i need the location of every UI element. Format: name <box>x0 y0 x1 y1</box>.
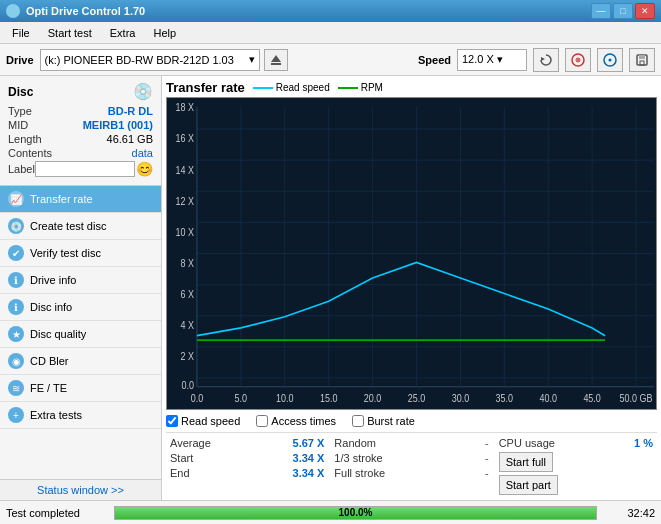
disc-info-icon: ℹ <box>8 299 24 315</box>
close-button[interactable]: ✕ <box>635 3 655 19</box>
disc-info-panel: Disc 💿 Type BD-R DL MID MEIRB1 (001) Len… <box>0 76 161 186</box>
disc-icon: 💿 <box>133 82 153 101</box>
disc-length-label: Length <box>8 133 42 145</box>
cb-read-speed[interactable]: Read speed <box>166 415 240 427</box>
stat-random: Random - <box>334 436 488 450</box>
title-bar: Opti Drive Control 1.70 — □ ✕ <box>0 0 661 22</box>
svg-text:20.0: 20.0 <box>364 393 381 405</box>
disc-type-value: BD-R DL <box>108 105 153 117</box>
nav-item-fe-te[interactable]: ≋ FE / TE <box>0 375 161 402</box>
nav-label-transfer-rate: Transfer rate <box>30 193 93 205</box>
menu-extra[interactable]: Extra <box>102 25 144 41</box>
disc-mid-value: MEIRB1 (001) <box>83 119 153 131</box>
extra-tests-icon: + <box>8 407 24 423</box>
cb-access-times[interactable]: Access times <box>256 415 336 427</box>
drive-dropdown[interactable]: (k:) PIONEER BD-RW BDR-212D 1.03 ▾ <box>40 49 260 71</box>
stat-cpu-usage: CPU usage 1 % <box>499 436 653 450</box>
svg-marker-0 <box>271 55 281 62</box>
svg-text:4 X: 4 X <box>180 320 194 332</box>
progress-label: 100.0% <box>115 507 596 519</box>
menu-start-test[interactable]: Start test <box>40 25 100 41</box>
nav-label-cd-bler: CD Bler <box>30 355 69 367</box>
legend-read-label: Read speed <box>276 82 330 93</box>
legend-read-speed: Read speed <box>253 82 330 93</box>
minimize-button[interactable]: — <box>591 3 611 19</box>
svg-rect-1 <box>271 63 281 65</box>
transfer-rate-icon: 📈 <box>8 191 24 207</box>
speed-label: Speed <box>418 54 451 66</box>
svg-text:30.0: 30.0 <box>452 393 469 405</box>
speed-dropdown[interactable]: 12.0 X ▾ <box>457 49 527 71</box>
nav-item-disc-quality[interactable]: ★ Disc quality <box>0 321 161 348</box>
cb-burst-rate[interactable]: Burst rate <box>352 415 415 427</box>
stat-start-part-row: Start part <box>499 474 653 496</box>
nav-label-verify-test-disc: Verify test disc <box>30 247 101 259</box>
start-part-button[interactable]: Start part <box>499 475 558 495</box>
svg-text:45.0: 45.0 <box>583 393 600 405</box>
stat-cpu-label: CPU usage <box>499 437 555 449</box>
stat-full-stroke: Full stroke - <box>334 466 488 480</box>
progress-bar-container: 100.0% <box>114 506 597 520</box>
svg-point-5 <box>577 59 579 61</box>
nav-item-verify-test-disc[interactable]: ✔ Verify test disc <box>0 240 161 267</box>
start-full-button[interactable]: Start full <box>499 452 553 472</box>
nav-item-drive-info[interactable]: ℹ Drive info <box>0 267 161 294</box>
nav-label-drive-info: Drive info <box>30 274 76 286</box>
cb-burst-rate-input[interactable] <box>352 415 364 427</box>
fe-te-icon: ≋ <box>8 380 24 396</box>
nav-item-extra-tests[interactable]: + Extra tests <box>0 402 161 429</box>
label-icon: 😊 <box>136 161 153 177</box>
stat-end: End 3.34 X <box>170 466 324 480</box>
status-bar: Test completed 100.0% 32:42 <box>0 500 661 524</box>
create-test-disc-icon: 💿 <box>8 218 24 234</box>
main-area: Disc 💿 Type BD-R DL MID MEIRB1 (001) Len… <box>0 76 661 500</box>
stat-random-label: Random <box>334 437 376 449</box>
svg-text:18 X: 18 X <box>175 102 194 114</box>
app-title: Opti Drive Control 1.70 <box>26 5 145 17</box>
disc-quality-icon: ★ <box>8 326 24 342</box>
disc-length-value: 46.61 GB <box>107 133 153 145</box>
svg-text:0.0: 0.0 <box>191 393 203 405</box>
save-button[interactable] <box>629 48 655 72</box>
maximize-button[interactable]: □ <box>613 3 633 19</box>
nav-item-transfer-rate[interactable]: 📈 Transfer rate <box>0 186 161 213</box>
chart-svg: 18 X 16 X 14 X 12 X 10 X 8 X 6 X 4 X 2 X… <box>167 98 656 409</box>
status-window-button[interactable]: Status window >> <box>0 479 161 500</box>
menu-help[interactable]: Help <box>145 25 184 41</box>
svg-text:15.0: 15.0 <box>320 393 337 405</box>
stat-random-value: - <box>485 437 489 449</box>
stat-end-label: End <box>170 467 190 479</box>
eject-button[interactable] <box>264 49 288 71</box>
stat-cpu-value: 1 % <box>634 437 653 449</box>
burn-icon-button[interactable] <box>597 48 623 72</box>
chart-wrapper: 18 X 16 X 14 X 12 X 10 X 8 X 6 X 4 X 2 X… <box>166 97 657 410</box>
stat-average-label: Average <box>170 437 211 449</box>
svg-text:10 X: 10 X <box>175 226 194 238</box>
cb-read-speed-input[interactable] <box>166 415 178 427</box>
nav-item-disc-info[interactable]: ℹ Disc info <box>0 294 161 321</box>
app-icon <box>6 4 20 18</box>
disc-label-input[interactable] <box>35 161 135 177</box>
svg-text:50.0 GB: 50.0 GB <box>620 393 653 405</box>
nav-label-disc-info: Disc info <box>30 301 72 313</box>
stat-start-full-row: Start full <box>499 451 653 473</box>
stats-col1: Average 5.67 X Start 3.34 X End 3.34 X <box>166 436 328 496</box>
legend-rpm-label: RPM <box>361 82 383 93</box>
svg-marker-2 <box>541 57 545 61</box>
stat-1-3-stroke-value: - <box>485 452 489 464</box>
nav-list: 📈 Transfer rate 💿 Create test disc ✔ Ver… <box>0 186 161 479</box>
legend-read-color <box>253 87 273 89</box>
nav-item-cd-bler[interactable]: ◉ CD Bler <box>0 348 161 375</box>
svg-text:35.0: 35.0 <box>496 393 513 405</box>
cb-access-times-input[interactable] <box>256 415 268 427</box>
checkbox-row: Read speed Access times Burst rate <box>166 413 657 429</box>
sidebar: Disc 💿 Type BD-R DL MID MEIRB1 (001) Len… <box>0 76 162 500</box>
menu-file[interactable]: File <box>4 25 38 41</box>
refresh-button[interactable] <box>533 48 559 72</box>
drive-select-area: (k:) PIONEER BD-RW BDR-212D 1.03 ▾ <box>40 49 412 71</box>
svg-text:16 X: 16 X <box>175 133 194 145</box>
nav-item-create-test-disc[interactable]: 💿 Create test disc <box>0 213 161 240</box>
disc-icon-button[interactable] <box>565 48 591 72</box>
stat-start-label: Start <box>170 452 193 464</box>
legend-rpm: RPM <box>338 82 383 93</box>
